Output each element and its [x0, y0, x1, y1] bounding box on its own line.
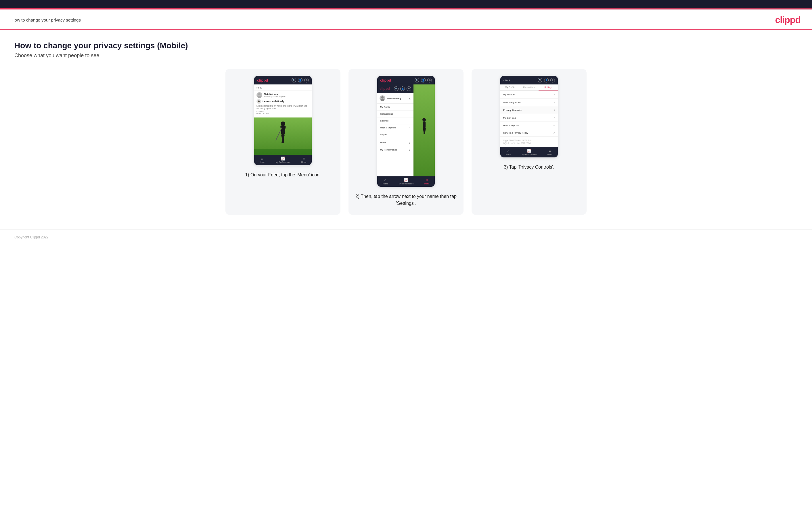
phone2-avatar: [379, 95, 385, 101]
phone1-feed-label: Feed: [254, 84, 312, 91]
step-card-1: clippd 🔍 👤 ⚙ Feed: [225, 69, 341, 215]
phone2-user-icon: 👤: [421, 78, 425, 82]
phone1-user-name: Blair McHarg: [264, 93, 286, 95]
phone1-golf-image: [254, 117, 312, 155]
phone2-menu-logout: Logout: [377, 131, 413, 138]
phone3-performance-icon: 📈: [527, 149, 531, 153]
phone2-menu-search-icon: 🔍: [394, 87, 399, 91]
phone2-username: Blair McHarg: [387, 97, 407, 100]
phone2-nav-section: Home ∨ My Performance ∨: [377, 139, 413, 153]
phone3-settings-list: My Account › Data Integrations › Privacy…: [500, 91, 558, 137]
step-card-3: < Back 🔍 👤 ⚙ My Profile Connections Sett…: [471, 69, 587, 215]
phone1-duration: Duration 01 hr : 30 min: [256, 111, 309, 115]
phone-mockup-2: clippd 🔍 👤 ⚙: [377, 76, 435, 187]
footer-copyright: Copyright Clippd 2022: [14, 235, 49, 239]
phone3-back-bar: < Back 🔍 👤 ⚙: [500, 76, 558, 84]
svg-point-9: [422, 118, 426, 121]
phone3-help-support: Help & Support ↗: [500, 122, 558, 129]
steps-row: clippd 🔍 👤 ⚙ Feed: [14, 69, 798, 215]
phone2-menu-connections: Connections: [377, 111, 413, 117]
phone2-menu-user-icon: 👤: [400, 87, 405, 91]
phone2-menu-header: clippd 🔍 👤 ⚙: [377, 84, 413, 93]
phone1-avatar-row: Blair McHarg Yesterday · Sunningdale: [256, 92, 309, 98]
phone2-menu-settings-icon: ⚙: [407, 87, 411, 91]
phone2-performance-icon: 📈: [404, 178, 408, 182]
phone3-my-golf-bag-chevron: ›: [554, 116, 555, 119]
phone3-settings-icon: ⚙: [550, 78, 555, 82]
phone2-user-row: Blair McHarg ▲: [377, 93, 413, 104]
svg-point-14: [380, 99, 385, 101]
phone3-data-integrations-chevron: ›: [554, 101, 555, 104]
phone3-icons: 🔍 👤 ⚙: [538, 78, 555, 82]
phone2-nav-home: Home ∨: [377, 139, 413, 146]
logo: clippd: [775, 15, 801, 25]
phone2-home-icon: ⌂: [384, 178, 386, 182]
phone3-tabs: My Profile Connections Settings: [500, 84, 558, 91]
phone2-menu-icons: 🔍 👤 ⚙: [394, 87, 411, 91]
phone2-close-icon: ✕: [425, 178, 428, 182]
phone3-my-account: My Account ›: [500, 91, 558, 99]
phone2-dropdown-arrow: ▲: [408, 97, 411, 100]
phone3-service-privacy: Service & Privacy Policy ↗: [500, 129, 558, 137]
phone2-search-icon: 🔍: [415, 78, 419, 82]
phone2-logo: clippd: [380, 78, 391, 82]
phone1-icons: 🔍 👤 ⚙: [292, 78, 309, 82]
phone2-nav-performance: My Performance ∨: [377, 146, 413, 153]
phone2-settings-icon: ⚙: [427, 78, 432, 82]
svg-point-13: [381, 96, 384, 99]
phone3-home-icon: ⌂: [507, 149, 509, 153]
phone3-nav-menu: ≡ Menu: [548, 149, 553, 155]
svg-point-1: [257, 96, 261, 98]
phone1-top-bar: clippd 🔍 👤 ⚙: [254, 76, 312, 84]
phone2-menu-settings: Settings: [377, 117, 413, 124]
phone1-lesson-icon: 🎓: [256, 99, 261, 104]
phone2-nav-performance: 📈 My Performance: [399, 178, 413, 185]
phone3-privacy-controls-chevron: ›: [554, 109, 555, 111]
phone3-search-icon: 🔍: [538, 78, 542, 82]
phone1-user-info: Blair McHarg Yesterday · Sunningdale: [264, 93, 286, 97]
phone-mockup-3: < Back 🔍 👤 ⚙ My Profile Connections Sett…: [500, 76, 558, 157]
menu-icon: ≡: [303, 157, 305, 161]
phone3-my-golf-bag: My Golf Bag ›: [500, 114, 558, 122]
phone3-tab-my-profile: My Profile: [500, 84, 519, 91]
phone1-nav-menu: ≡ Menu: [301, 157, 306, 163]
phone3-data-integrations: Data Integrations ›: [500, 99, 558, 106]
phone1-settings-icon: ⚙: [304, 78, 309, 82]
phone3-nav-performance: 📈 My Performance: [522, 149, 537, 155]
phone1-bottom-bar: ⌂ Home 📈 My Performance ≡ Menu: [254, 155, 312, 165]
svg-point-2: [281, 121, 285, 126]
phone1-lesson-desc: Looking to feel like my hands are exitin…: [256, 105, 309, 110]
phone3-my-account-chevron: ›: [554, 93, 555, 96]
phone1-user-sub: Yesterday · Sunningdale: [264, 95, 286, 97]
phone2-nav-menu: ✕ Menu: [424, 178, 429, 185]
phone3-back-button: < Back: [503, 79, 510, 81]
phone1-avatar: [256, 92, 262, 98]
phone3-user-icon: 👤: [544, 78, 549, 82]
phone2-home-chevron: ∨: [409, 141, 411, 144]
phone2-performance-chevron: ∨: [409, 148, 411, 151]
phone2-menu-panel: clippd 🔍 👤 ⚙: [377, 84, 413, 176]
phone1-nav-home: ⌂ Home: [260, 157, 265, 163]
svg-point-0: [258, 93, 260, 95]
phone1-post: Blair McHarg Yesterday · Sunningdale 🎓 L…: [254, 91, 312, 117]
footer: Copyright Clippd 2022: [0, 229, 812, 245]
phone3-version: Clippd Client Version: 2022.8.3-3 GQL Se…: [500, 137, 558, 147]
main-content: How to change your privacy settings (Mob…: [0, 30, 812, 223]
phone2-menu-my-profile: My Profile: [377, 104, 413, 111]
phone2-overlay: clippd 🔍 👤 ⚙: [377, 84, 435, 176]
step-card-2: clippd 🔍 👤 ⚙: [349, 69, 463, 215]
phone3-tab-connections: Connections: [519, 84, 539, 91]
step2-caption: 2) Then, tap the arrow next to your name…: [354, 193, 458, 207]
page-subheading: Choose what you want people to see: [14, 53, 798, 59]
performance-icon: 📈: [281, 157, 285, 161]
phone3-menu-icon: ≡: [549, 149, 551, 153]
phone1-search-icon: 🔍: [292, 78, 296, 82]
phone3-bottom-bar: ⌂ Home 📈 My Performance ≡ Menu: [500, 147, 558, 157]
step3-caption: 3) Tap 'Privacy Controls'.: [504, 164, 554, 171]
phone2-bottom-bar: ⌂ Home 📈 My Performance ✕ Menu: [377, 176, 435, 187]
phone1-user-icon: 👤: [298, 78, 303, 82]
phone1-lesson-title: Lesson with Fordy: [262, 100, 284, 103]
phone-mockup-1: clippd 🔍 👤 ⚙ Feed: [254, 76, 312, 165]
phone2-menu-logo: clippd: [379, 87, 390, 91]
phone3-tab-settings: Settings: [539, 84, 558, 91]
